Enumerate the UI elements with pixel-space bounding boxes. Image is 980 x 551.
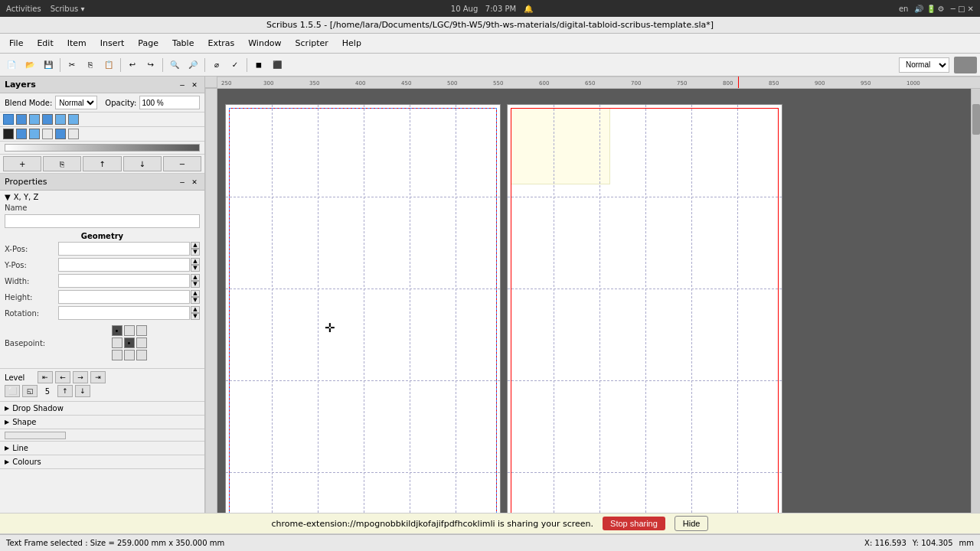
level-btn-1[interactable]: ⇤ — [38, 371, 53, 383]
toolbar-color-swatch[interactable] — [954, 57, 977, 73]
menu-help[interactable]: Help — [336, 37, 368, 50]
layer-icon-sq4[interactable] — [55, 114, 66, 125]
xpos-down[interactable]: ▼ — [191, 249, 200, 256]
toolbar-save[interactable]: 💾 — [40, 57, 57, 73]
menu-table[interactable]: Table — [166, 37, 200, 50]
toolbar-redo[interactable]: ↪ — [142, 57, 159, 73]
basepoint-mc[interactable]: • — [124, 337, 135, 348]
name-input[interactable]: Text13 — [5, 214, 200, 228]
colours-section[interactable]: ▶ Colours — [0, 455, 204, 469]
layers-close[interactable]: ✕ — [189, 80, 200, 90]
basepoint-tl[interactable]: • — [112, 325, 122, 336]
layer-icon-sq8[interactable] — [42, 129, 53, 139]
mode-select[interactable]: Normal Preview — [899, 57, 949, 73]
line-section[interactable]: ▶ Line — [0, 442, 204, 455]
stop-sharing-button[interactable]: Stop sharing — [603, 517, 665, 530]
toolbar-paste[interactable]: 📋 — [100, 57, 117, 73]
properties-minimize[interactable]: − — [177, 177, 188, 187]
canvas-area[interactable]: ✛ — [217, 89, 980, 525]
layer-icon-sq7[interactable] — [29, 129, 40, 139]
toolbar-zoom-in[interactable]: 🔍 — [166, 57, 183, 73]
level-btn-7[interactable]: ↑ — [57, 385, 73, 397]
opacity-input[interactable] — [139, 96, 200, 109]
toolbar-copy[interactable]: ⎘ — [82, 57, 99, 73]
layer-dup-btn[interactable]: ⎘ — [43, 156, 81, 171]
basepoint-bl[interactable] — [112, 350, 122, 360]
xpos-input[interactable]: 15.000 mm — [58, 242, 190, 256]
basepoint-tc[interactable] — [124, 325, 135, 336]
layers-minimize[interactable]: − — [177, 80, 188, 90]
hide-button[interactable]: Hide — [675, 516, 709, 531]
height-up[interactable]: ▲ — [191, 290, 200, 297]
menu-file[interactable]: File — [3, 37, 29, 50]
menu-extras[interactable]: Extras — [201, 37, 240, 50]
layer-icon-sq2[interactable] — [29, 114, 40, 125]
ypos-input[interactable]: 15.000 mm — [58, 258, 190, 272]
layer-icon-sq10[interactable] — [68, 129, 79, 139]
toolbar-extra2[interactable]: ⬛ — [269, 57, 286, 73]
layer-visible-2[interactable] — [3, 129, 14, 139]
menu-window[interactable]: Window — [242, 37, 287, 50]
menu-scripter[interactable]: Scripter — [289, 37, 335, 50]
width-down[interactable]: ▼ — [191, 281, 200, 288]
window-controls[interactable]: ─ □ ✕ — [951, 5, 974, 13]
basepoint-mr[interactable] — [136, 337, 147, 348]
layer-icon-sq6[interactable] — [16, 129, 27, 139]
drop-shadow-section[interactable]: ▶ Drop Shadow — [0, 402, 204, 416]
toolbar-eyedrop[interactable]: ⌀ — [208, 57, 225, 73]
shape-section[interactable]: ▶ Shape — [0, 416, 204, 429]
layer-icon-sq1[interactable] — [16, 114, 27, 125]
toolbar-extra1[interactable]: ◼ — [250, 57, 267, 73]
toolbar-preflight[interactable]: ✓ — [227, 57, 243, 73]
layers-header: Layers − ✕ — [0, 77, 204, 93]
basepoint-ml[interactable] — [112, 337, 122, 348]
menu-insert[interactable]: Insert — [94, 37, 131, 50]
scrollbar-vertical[interactable] — [971, 89, 980, 525]
width-row: Width: 259.000 mm ▲ ▼ — [5, 274, 200, 288]
ypos-down[interactable]: ▼ — [191, 265, 200, 272]
rotation-down[interactable]: ▼ — [191, 313, 200, 320]
rotation-input[interactable]: 0.0 ° — [58, 306, 190, 320]
xyz-arrow[interactable]: ▼ — [5, 193, 11, 201]
width-up[interactable]: ▲ — [191, 274, 200, 281]
level-btn-5[interactable]: ⬜ — [5, 385, 20, 397]
scrollbar-v-thumb[interactable] — [972, 104, 980, 135]
rotation-up[interactable]: ▲ — [191, 306, 200, 313]
basepoint-br[interactable] — [136, 350, 147, 360]
layer-visible-1[interactable] — [3, 114, 14, 125]
canvas-container: 250 300 350 400 450 500 550 600 650 700 … — [205, 77, 980, 534]
level-btn-6[interactable]: ◱ — [22, 385, 38, 397]
xpos-up[interactable]: ▲ — [191, 242, 200, 249]
ypos-up[interactable]: ▲ — [191, 258, 200, 265]
drop-shadow-label: Drop Shadow — [12, 404, 64, 412]
level-btn-8[interactable]: ↓ — [75, 385, 90, 397]
toolbar-open[interactable]: 📂 — [21, 57, 38, 73]
toolbar-zoom-out[interactable]: 🔎 — [185, 57, 201, 73]
activities-label[interactable]: Activities — [6, 5, 41, 13]
properties-close[interactable]: ✕ — [189, 177, 200, 187]
level-btn-4[interactable]: ⇥ — [90, 371, 106, 383]
basepoint-tr[interactable] — [136, 325, 147, 336]
drop-shadow-arrow: ▶ — [5, 405, 9, 412]
blend-mode-select[interactable]: Normal — [55, 96, 97, 109]
menu-edit[interactable]: Edit — [31, 37, 59, 50]
layer-add-btn[interactable]: + — [3, 156, 41, 171]
menu-item[interactable]: Item — [61, 37, 93, 50]
level-btn-2[interactable]: ← — [55, 371, 70, 383]
level-btn-3[interactable]: → — [73, 371, 88, 383]
menu-page[interactable]: Page — [132, 37, 165, 50]
toolbar-new[interactable]: 📄 — [3, 57, 20, 73]
toolbar-cut[interactable]: ✂ — [64, 57, 80, 73]
toolbar-undo[interactable]: ↩ — [124, 57, 141, 73]
layer-icon-sq5[interactable] — [68, 114, 79, 125]
layer-up-btn[interactable]: ↑ — [83, 156, 121, 171]
svg-text:600: 600 — [539, 80, 549, 86]
height-down[interactable]: ▼ — [191, 297, 200, 304]
basepoint-bc[interactable] — [124, 350, 135, 360]
layer-icon-sq9[interactable] — [55, 129, 66, 139]
layer-down-btn[interactable]: ↓ — [123, 156, 162, 171]
height-input[interactable]: 350.000 mm — [58, 290, 190, 304]
width-input[interactable]: 259.000 mm — [58, 274, 190, 288]
layer-icon-sq3[interactable] — [42, 114, 53, 125]
layer-del-btn[interactable]: − — [163, 156, 201, 171]
